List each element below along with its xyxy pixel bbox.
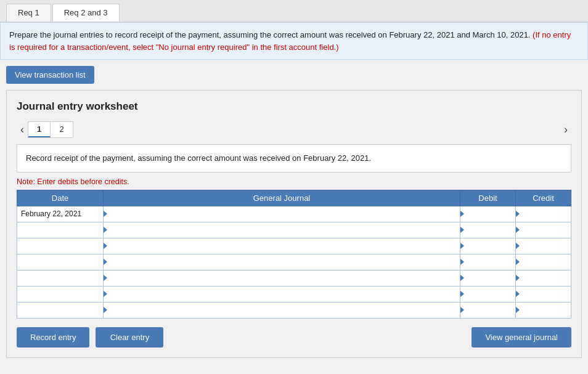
- table-row: [17, 254, 571, 270]
- journal-cell-2[interactable]: [104, 238, 460, 254]
- page-tab-2[interactable]: 2: [51, 122, 73, 137]
- tab-req23[interactable]: Req 2 and 3: [52, 4, 120, 22]
- description-text: Record receipt of the payment, assuming …: [26, 153, 371, 163]
- credit-cell-5[interactable]: [516, 286, 571, 302]
- date-cell-6: [17, 302, 104, 318]
- journal-input-6[interactable]: [104, 303, 460, 318]
- nav-row: ‹ 1 2 ›: [17, 121, 571, 138]
- debit-input-2[interactable]: [460, 238, 515, 254]
- col-header-date: Date: [17, 190, 104, 206]
- table-row: [17, 302, 571, 318]
- journal-input-3[interactable]: [104, 254, 460, 270]
- worksheet-title: Journal entry worksheet: [17, 100, 571, 113]
- col-header-journal: General Journal: [104, 190, 460, 206]
- table-row: [17, 286, 571, 302]
- debit-input-6[interactable]: [460, 303, 515, 318]
- page-tab-1[interactable]: 1: [28, 122, 51, 137]
- col-header-debit: Debit: [460, 190, 516, 206]
- journal-input-5[interactable]: [104, 287, 460, 302]
- credit-cell-4[interactable]: [516, 270, 571, 286]
- credit-cell-3[interactable]: [516, 254, 571, 270]
- debit-cell-2[interactable]: [460, 238, 516, 254]
- debit-cell-0[interactable]: [460, 206, 516, 222]
- credit-input-1[interactable]: [516, 222, 571, 238]
- debit-input-1[interactable]: [460, 222, 515, 238]
- worksheet-container: Journal entry worksheet ‹ 1 2 › Record r…: [6, 90, 582, 358]
- table-row: [17, 222, 571, 238]
- table-row: [17, 238, 571, 254]
- credit-cell-1[interactable]: [516, 222, 571, 238]
- tab-req1[interactable]: Req 1: [6, 4, 51, 22]
- date-cell-0: February 22, 2021: [17, 206, 104, 222]
- debit-input-0[interactable]: [460, 206, 515, 222]
- col-header-credit: Credit: [516, 190, 571, 206]
- credit-cell-2[interactable]: [516, 238, 571, 254]
- view-transaction-button[interactable]: View transaction list: [6, 66, 94, 84]
- record-entry-button[interactable]: Record entry: [17, 327, 89, 348]
- journal-cell-5[interactable]: [104, 286, 460, 302]
- credit-input-6[interactable]: [516, 303, 571, 318]
- note-text: Note: Enter debits before credits.: [17, 177, 571, 186]
- debit-cell-6[interactable]: [460, 302, 516, 318]
- date-cell-4: [17, 270, 104, 286]
- page-tabs: 1 2: [28, 121, 73, 138]
- view-general-journal-button[interactable]: View general journal: [472, 327, 571, 348]
- description-box: Record receipt of the payment, assuming …: [17, 144, 571, 173]
- journal-input-4[interactable]: [104, 270, 460, 286]
- date-cell-2: [17, 238, 104, 254]
- table-row: February 22, 2021: [17, 206, 571, 222]
- journal-cell-4[interactable]: [104, 270, 460, 286]
- debit-cell-5[interactable]: [460, 286, 516, 302]
- tabs-bar: Req 1 Req 2 and 3: [0, 0, 588, 22]
- journal-cell-6[interactable]: [104, 302, 460, 318]
- debit-cell-1[interactable]: [460, 222, 516, 238]
- credit-input-3[interactable]: [516, 254, 571, 270]
- journal-cell-3[interactable]: [104, 254, 460, 270]
- instructions-box: Prepare the journal entries to record re…: [0, 22, 588, 60]
- credit-cell-6[interactable]: [516, 302, 571, 318]
- journal-input-2[interactable]: [104, 238, 460, 254]
- debit-cell-4[interactable]: [460, 270, 516, 286]
- date-cell-3: [17, 254, 104, 270]
- credit-input-0[interactable]: [516, 206, 571, 222]
- clear-entry-button[interactable]: Clear entry: [96, 327, 163, 348]
- credit-input-5[interactable]: [516, 287, 571, 302]
- prev-page-button[interactable]: ‹: [17, 122, 28, 137]
- journal-cell-1[interactable]: [104, 222, 460, 238]
- date-cell-5: [17, 286, 104, 302]
- next-page-button[interactable]: ›: [560, 122, 571, 137]
- journal-input-0[interactable]: [104, 206, 460, 222]
- table-row: [17, 270, 571, 286]
- debit-input-3[interactable]: [460, 254, 515, 270]
- credit-input-2[interactable]: [516, 238, 571, 254]
- instructions-text1: Prepare the journal entries to record re…: [9, 30, 533, 39]
- credit-cell-0[interactable]: [516, 206, 571, 222]
- journal-cell-0[interactable]: [104, 206, 460, 222]
- journal-input-1[interactable]: [104, 222, 460, 238]
- debit-cell-3[interactable]: [460, 254, 516, 270]
- action-buttons: Record entry Clear entry View general jo…: [17, 327, 571, 348]
- date-cell-1: [17, 222, 104, 238]
- debit-input-4[interactable]: [460, 270, 515, 286]
- credit-input-4[interactable]: [516, 270, 571, 286]
- journal-table: Date General Journal Debit Credit Februa…: [17, 190, 571, 319]
- debit-input-5[interactable]: [460, 287, 515, 302]
